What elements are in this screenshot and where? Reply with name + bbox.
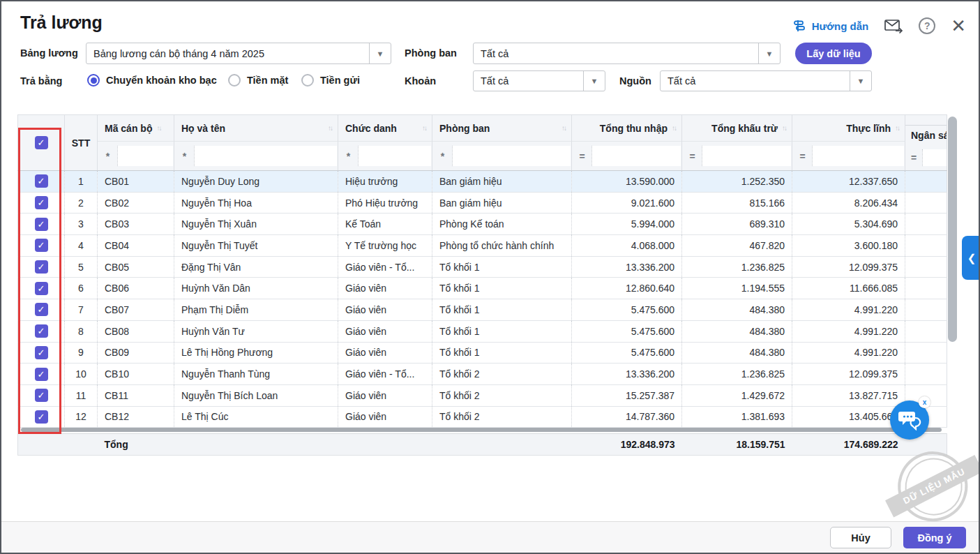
chevron-down-icon: ▼ xyxy=(850,71,871,91)
horizontal-scrollbar[interactable] xyxy=(21,428,942,432)
source-select[interactable]: Tất cả ▼ xyxy=(660,70,872,91)
row-checkbox-cell: ✓ xyxy=(18,320,65,342)
cell-deduction: 484.380 xyxy=(682,320,792,342)
account-select-value: Tất cả xyxy=(474,71,583,91)
filter-title-input[interactable] xyxy=(358,146,431,166)
cell-income: 12.860.640 xyxy=(572,278,682,299)
radio-treasury-transfer[interactable]: Chuyển khoản kho bạc xyxy=(87,74,217,87)
vertical-scrollbar-thumb[interactable] xyxy=(948,117,957,342)
cell-deduction: 689.310 xyxy=(682,214,792,235)
filter-budget-input[interactable] xyxy=(922,149,947,166)
row-checkbox[interactable]: ✓ xyxy=(35,303,48,316)
cell-dept: Phòng tổ chức hành chính xyxy=(432,235,572,257)
filter-name-input[interactable] xyxy=(194,146,337,166)
cell-title: Y Tế trường học xyxy=(338,235,432,257)
pay-by-label: Trả bằng xyxy=(20,75,62,87)
row-checkbox[interactable]: ✓ xyxy=(35,174,48,188)
cell-budget xyxy=(905,320,947,342)
account-label: Khoản xyxy=(405,75,436,87)
confirm-button[interactable]: Đồng ý xyxy=(903,527,966,548)
row-checkbox[interactable]: ✓ xyxy=(35,346,48,359)
radio-icon xyxy=(301,74,314,87)
column-header-budget[interactable]: Ngân sách = xyxy=(905,115,947,171)
row-checkbox[interactable]: ✓ xyxy=(35,410,48,424)
pay-salary-dialog: Trả lương Hướng dẫn ? ✕ Bảng lương xyxy=(0,0,980,554)
table-row[interactable]: ✓ 8 CB08 Huỳnh Văn Tư Giáo viên Tổ khối … xyxy=(18,320,947,342)
row-checkbox-cell: ✓ xyxy=(18,384,65,406)
help-icon[interactable]: ? xyxy=(919,17,935,34)
close-icon[interactable]: ✕ xyxy=(951,17,966,35)
row-checkbox[interactable]: ✓ xyxy=(35,389,48,402)
side-panel-toggle[interactable]: ❮ xyxy=(962,236,980,280)
cell-title: Giáo viên xyxy=(338,406,432,428)
account-select[interactable]: Tất cả ▼ xyxy=(473,70,605,91)
filter-code-input[interactable] xyxy=(117,146,173,166)
page-title: Trả lương xyxy=(20,13,103,33)
cell-income: 5.994.000 xyxy=(572,214,682,235)
cell-budget xyxy=(905,299,947,321)
table-row[interactable]: ✓ 9 CB09 Lê Thị Hồng Phương Giáo viên Tổ… xyxy=(18,342,947,364)
row-checkbox[interactable]: ✓ xyxy=(35,368,48,381)
cell-dept: Tổ khối 2 xyxy=(432,406,572,428)
table-row[interactable]: ✓ 3 CB03 Nguyễn Thị Xuân Kế Toán Phòng K… xyxy=(18,214,947,235)
table-row[interactable]: ✓ 2 CB02 Nguyễn Thị Hoa Phó Hiệu trưởng … xyxy=(18,192,947,214)
filter-net: = xyxy=(792,142,905,171)
row-checkbox[interactable]: ✓ xyxy=(35,282,48,295)
filter-dept-input[interactable] xyxy=(452,146,571,166)
row-checkbox[interactable]: ✓ xyxy=(35,260,48,274)
row-checkbox[interactable]: ✓ xyxy=(35,239,48,252)
chevron-down-icon: ▼ xyxy=(583,71,605,91)
chat-close-badge[interactable]: x xyxy=(919,396,930,408)
table-row[interactable]: ✓ 11 CB11 Nguyễn Thị Bích Loan Giáo viên… xyxy=(18,384,947,406)
cell-name: Huỳnh Văn Dân xyxy=(174,278,338,299)
select-all-header: ✓ xyxy=(18,115,65,171)
table-row[interactable]: ✓ 10 CB10 Nguyễn Thanh Tùng Giáo viên - … xyxy=(18,364,947,385)
cell-income: 14.787.360 xyxy=(572,406,682,428)
cell-code: CB04 xyxy=(98,235,174,257)
cell-deduction: 1.236.825 xyxy=(682,256,792,278)
column-header-code[interactable]: Mã cán bộ↑↓ xyxy=(98,115,174,142)
cell-name: Phạm Thị Diễm xyxy=(174,299,338,321)
guide-link[interactable]: Hướng dẫn xyxy=(792,19,869,33)
column-header-deduction[interactable]: Tổng khấu trừ↑↓ xyxy=(682,115,792,142)
row-checkbox[interactable]: ✓ xyxy=(35,196,48,209)
row-checkbox-cell: ✓ xyxy=(18,406,65,428)
get-data-button[interactable]: Lấy dữ liệu xyxy=(795,43,872,64)
cell-dept: Tổ khối 1 xyxy=(432,278,572,299)
row-checkbox-cell: ✓ xyxy=(18,192,65,214)
radio-deposit[interactable]: Tiền gửi xyxy=(301,74,360,87)
table-row[interactable]: ✓ 5 CB05 Đặng Thị Vân Giáo viên - Tổ... … xyxy=(18,256,947,278)
row-checkbox[interactable]: ✓ xyxy=(35,324,48,338)
sort-icon: ↑↓ xyxy=(561,124,566,132)
filter-deduction-input[interactable] xyxy=(702,146,791,166)
filter-deduction: = xyxy=(682,142,792,171)
column-header-dept[interactable]: Phòng ban↑↓ xyxy=(432,115,572,142)
radio-icon xyxy=(228,74,241,87)
cell-deduction: 484.380 xyxy=(682,342,792,364)
table-row[interactable]: ✓ 1 CB01 Nguyễn Duy Long Hiệu trưởng Ban… xyxy=(18,171,947,193)
cell-income: 5.475.600 xyxy=(572,299,682,321)
column-header-title[interactable]: Chức danh↑↓ xyxy=(338,115,432,142)
department-select[interactable]: Tất cả ▼ xyxy=(473,43,781,64)
cell-title: Giáo viên xyxy=(338,299,432,321)
table-row[interactable]: ✓ 4 CB04 Nguyễn Thị Tuyết Y Tế trường họ… xyxy=(18,235,947,257)
column-header-name[interactable]: Họ và tên↑↓ xyxy=(174,115,338,142)
select-all-checkbox[interactable]: ✓ xyxy=(35,136,48,149)
send-feedback-icon[interactable] xyxy=(884,17,903,34)
filter-income-input[interactable] xyxy=(591,146,681,166)
table-row[interactable]: ✓ 7 CB07 Phạm Thị Diễm Giáo viên Tổ khối… xyxy=(18,299,947,321)
table-row[interactable]: ✓ 12 CB12 Lê Thị Cúc Giáo viên Tổ khối 2… xyxy=(18,406,947,428)
cell-title: Giáo viên xyxy=(338,320,432,342)
cancel-button[interactable]: Hủy xyxy=(830,527,891,548)
cell-budget xyxy=(905,278,947,299)
filter-net-input[interactable] xyxy=(812,146,904,166)
filter-operator: = xyxy=(905,152,922,163)
column-header-net[interactable]: Thực lĩnh↑↓ xyxy=(792,115,905,142)
sort-icon: ↑↓ xyxy=(422,124,426,132)
cell-stt: 9 xyxy=(65,342,98,364)
table-row[interactable]: ✓ 6 CB06 Huỳnh Văn Dân Giáo viên Tổ khối… xyxy=(18,278,947,299)
row-checkbox[interactable]: ✓ xyxy=(35,218,48,231)
payroll-select[interactable]: Bảng lương cán bộ tháng 4 năm 2025 ▼ xyxy=(86,43,391,64)
column-header-income[interactable]: Tổng thu nhập↑↓ xyxy=(572,115,682,142)
radio-cash[interactable]: Tiền mặt xyxy=(228,74,288,87)
